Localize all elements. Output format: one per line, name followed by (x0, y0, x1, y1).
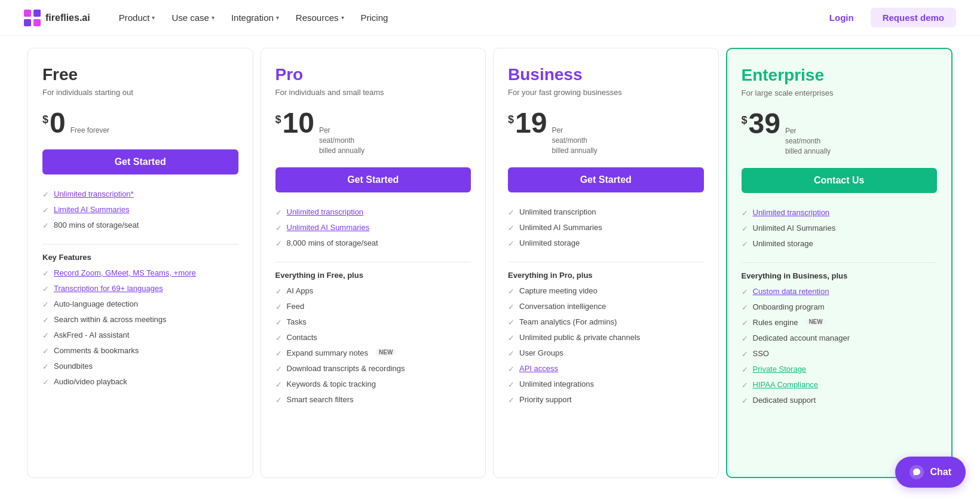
login-button[interactable]: Login (820, 9, 863, 26)
feature-text: 800 mins of storage/seat (54, 221, 139, 229)
feature-text: Unlimited transcription (519, 207, 596, 216)
feature-item: ✓ AI Apps (275, 283, 471, 299)
feature-item: ✓ AskFred - AI assistant (42, 327, 238, 343)
feature-item: ✓ Unlimited integrations (508, 376, 704, 392)
feature-item: ✓ Unlimited transcription (508, 204, 704, 220)
logo-text: fireflies.ai (45, 13, 90, 23)
check-icon: ✓ (42, 206, 49, 215)
feature-item: ✓ Audio/video playback (42, 374, 238, 390)
chevron-down-icon: ▾ (152, 14, 155, 21)
feature-item: ✓ Feed (275, 299, 471, 314)
feature-item: ✓ Unlimited AI Summaries (275, 220, 471, 235)
feature-text[interactable]: Transcription for 69+ languages (54, 284, 163, 293)
feature-text[interactable]: Limited AI Summaries (54, 205, 129, 214)
divider (42, 244, 238, 244)
check-icon: ✓ (42, 316, 49, 325)
badge-new: NEW (375, 348, 396, 356)
feature-text[interactable]: API access (519, 364, 558, 373)
free-cta-button[interactable]: Get Started (42, 149, 238, 175)
feature-text[interactable]: Unlimited transcription (753, 208, 830, 217)
check-icon: ✓ (42, 362, 49, 371)
price-desc: Per seat/month billed annually (319, 126, 367, 155)
feature-item: ✓ Team analytics (For admins) (508, 314, 704, 330)
feature-text[interactable]: Unlimited AI Summaries (287, 223, 370, 232)
feature-text: Unlimited AI Summaries (519, 223, 602, 232)
feature-text: Conversation intelligence (519, 302, 606, 311)
nav-resources[interactable]: Resources ▾ (289, 9, 351, 26)
check-icon: ✓ (275, 380, 282, 389)
feature-item: ✓ Onboarding program (742, 299, 938, 315)
check-icon: ✓ (508, 380, 514, 389)
nav-use-case[interactable]: Use case ▾ (164, 9, 222, 26)
feature-text: Tasks (287, 317, 307, 326)
feature-text[interactable]: HIPAA Compliance (753, 380, 819, 389)
check-icon: ✓ (508, 287, 514, 296)
feature-text: SSO (753, 349, 769, 358)
plan-free-name: Free (42, 65, 238, 84)
feature-item: ✓ Contacts (275, 330, 471, 345)
feature-item: ✓ Auto-language detection (42, 296, 238, 312)
check-icon: ✓ (275, 208, 282, 217)
feature-text: User Groups (519, 348, 564, 357)
feature-item: ✓ Comments & bookmarks (42, 343, 238, 359)
svg-rect-0 (24, 10, 31, 17)
feature-text[interactable]: Custom data retention (753, 287, 829, 296)
nav-integration[interactable]: Integration ▾ (224, 9, 286, 26)
feature-text: Unlimited storage (519, 238, 580, 247)
feature-item: ✓ Private Storage (742, 362, 938, 377)
plan-business: Business For your fast growing businesse… (493, 48, 719, 478)
feature-text: Priority support (519, 395, 571, 404)
enterprise-cta-button[interactable]: Contact Us (742, 168, 938, 193)
business-cta-button[interactable]: Get Started (508, 167, 704, 192)
check-icon: ✓ (275, 302, 282, 311)
check-icon: ✓ (275, 349, 282, 358)
feature-text: Contacts (287, 333, 317, 342)
feature-text[interactable]: Unlimited transcription* (54, 189, 134, 198)
check-icon: ✓ (42, 347, 49, 356)
plan-enterprise: Enterprise For large scale enterprises $… (726, 48, 953, 478)
feature-text[interactable]: Private Storage (753, 365, 807, 374)
check-icon: ✓ (742, 240, 748, 249)
check-icon: ✓ (508, 333, 514, 342)
check-icon: ✓ (742, 365, 748, 374)
nav-product[interactable]: Product ▾ (112, 9, 163, 26)
pro-cta-button[interactable]: Get Started (275, 167, 471, 192)
feature-text: Team analytics (For admins) (519, 317, 617, 326)
feature-item: ✓ Tasks (275, 314, 471, 330)
feature-text[interactable]: Record Zoom, GMeet, MS Teams, +more (54, 268, 196, 277)
request-demo-button[interactable]: Request demo (871, 8, 956, 27)
free-key-features: ✓ Record Zoom, GMeet, MS Teams, +more ✓ … (42, 265, 238, 390)
plan-free-desc: For individuals starting out (42, 88, 238, 97)
check-icon: ✓ (275, 239, 282, 248)
price-desc: Per seat/month billed annually (785, 126, 833, 156)
check-icon: ✓ (742, 350, 748, 359)
logo[interactable]: fireflies.ai (24, 10, 90, 26)
feature-item: ✓ Expand summary notes NEW (275, 345, 471, 361)
check-icon: ✓ (508, 224, 514, 232)
check-icon: ✓ (42, 221, 49, 230)
feature-text: Rules engine (753, 318, 798, 327)
check-icon: ✓ (42, 284, 49, 293)
feature-text: 8,000 mins of storage/seat (287, 238, 378, 247)
feature-item: ✓ 8,000 mins of storage/seat (275, 235, 471, 251)
feature-item: ✓ Unlimited storage (742, 236, 938, 252)
feature-text[interactable]: Unlimited transcription (287, 207, 364, 216)
plan-enterprise-desc: For large scale enterprises (742, 88, 938, 97)
nav-pricing[interactable]: Pricing (354, 9, 396, 26)
plan-free: Free For individuals starting out $ 0 Fr… (27, 48, 253, 478)
price-dollar: $ (42, 114, 48, 126)
feature-item: ✓ Unlimited storage (508, 235, 704, 251)
feature-item: ✓ Capture meeting video (508, 283, 704, 299)
check-icon: ✓ (742, 396, 748, 405)
check-icon: ✓ (742, 303, 748, 312)
check-icon: ✓ (42, 300, 49, 309)
feature-item: ✓ Priority support (508, 392, 704, 408)
feature-item: ✓ Search within & across meetings (42, 312, 238, 327)
feature-item: ✓ SSO (742, 346, 938, 362)
svg-rect-3 (33, 19, 41, 26)
feature-item: ✓ Transcription for 69+ languages (42, 281, 238, 296)
chat-button[interactable]: Chat (895, 457, 966, 488)
feature-item: ✓ Soundbites (42, 359, 238, 374)
business-key-features: ✓ Capture meeting video ✓ Conversation i… (508, 283, 704, 408)
feature-item: ✓ API access (508, 361, 704, 376)
